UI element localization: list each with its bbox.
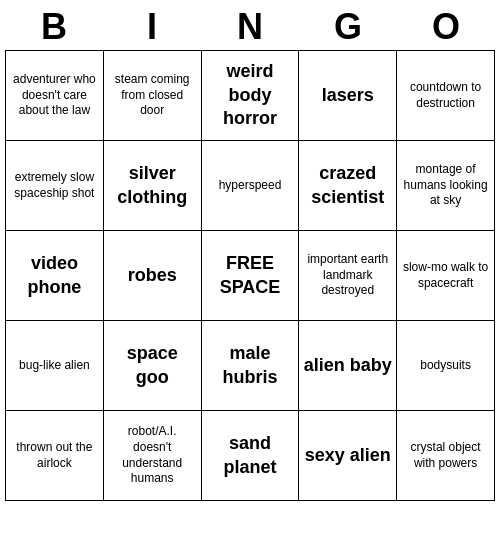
- bingo-cell-14: slow-mo walk to spacecraft: [397, 231, 495, 321]
- bingo-cell-15: bug-like alien: [6, 321, 104, 411]
- bingo-cell-2: weird body horror: [202, 51, 300, 141]
- bingo-cell-1: steam coming from closed door: [104, 51, 202, 141]
- bingo-cell-24: crystal object with powers: [397, 411, 495, 501]
- bingo-cell-18: alien baby: [299, 321, 397, 411]
- bingo-cell-13: important earth landmark destroyed: [299, 231, 397, 321]
- bingo-cell-11: robes: [104, 231, 202, 321]
- header-letter-o: O: [402, 6, 490, 48]
- header-letter-i: I: [108, 6, 196, 48]
- bingo-cell-7: hyperspeed: [202, 141, 300, 231]
- bingo-cell-17: male hubris: [202, 321, 300, 411]
- bingo-cell-23: sexy alien: [299, 411, 397, 501]
- header-letter-g: G: [304, 6, 392, 48]
- bingo-cell-16: space goo: [104, 321, 202, 411]
- header-letter-n: N: [206, 6, 294, 48]
- bingo-cell-6: silver clothing: [104, 141, 202, 231]
- bingo-cell-9: montage of humans looking at sky: [397, 141, 495, 231]
- bingo-cell-10: video phone: [6, 231, 104, 321]
- bingo-grid: adventurer who doesn't care about the la…: [5, 50, 495, 501]
- bingo-cell-22: sand planet: [202, 411, 300, 501]
- bingo-cell-20: thrown out the airlock: [6, 411, 104, 501]
- bingo-cell-3: lasers: [299, 51, 397, 141]
- bingo-cell-8: crazed scientist: [299, 141, 397, 231]
- bingo-cell-12: FREE SPACE: [202, 231, 300, 321]
- bingo-header: BINGO: [5, 0, 495, 50]
- bingo-cell-4: countdown to destruction: [397, 51, 495, 141]
- header-letter-b: B: [10, 6, 98, 48]
- bingo-cell-21: robot/A.I. doesn't understand humans: [104, 411, 202, 501]
- bingo-cell-0: adventurer who doesn't care about the la…: [6, 51, 104, 141]
- bingo-cell-5: extremely slow spaceship shot: [6, 141, 104, 231]
- bingo-cell-19: bodysuits: [397, 321, 495, 411]
